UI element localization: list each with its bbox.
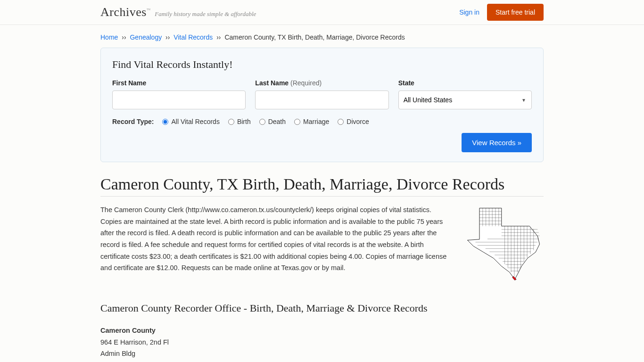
office-name: Cameron County — [100, 325, 544, 337]
breadcrumb-sep: ›› — [165, 33, 170, 41]
breadcrumb-sep: ›› — [122, 33, 126, 41]
office-addr-line1: 964 E Harrison, 2nd Fl — [100, 337, 544, 348]
tagline: Family history made simple & affordable — [155, 10, 256, 18]
map-icon — [463, 204, 544, 284]
top-bar: Archives™ Family history made simple & a… — [0, 0, 644, 25]
texas-county-map — [463, 204, 544, 286]
logo[interactable]: Archives™ — [100, 5, 151, 19]
radio-death[interactable]: Death — [259, 118, 286, 125]
radio-birth[interactable]: Birth — [228, 118, 251, 125]
radio-all-vital[interactable]: All Vital Records — [162, 118, 219, 125]
breadcrumb-current: Cameron County, TX Birth, Death, Marriag… — [224, 33, 405, 41]
breadcrumb-sep: ›› — [216, 33, 221, 41]
office-addr-line2: Admin Bldg — [100, 348, 544, 360]
radio-divorce[interactable]: Divorce — [338, 118, 369, 125]
office-city-line: Brownsville, TX 78520 — [100, 360, 544, 362]
view-records-button[interactable]: View Records » — [462, 133, 532, 152]
record-type-group: Record Type: All Vital Records Birth Dea… — [112, 118, 532, 125]
first-name-label: First Name — [112, 79, 246, 87]
state-label: State — [398, 79, 532, 87]
recorder-office-heading: Cameron County Recorder Office - Birth, … — [100, 302, 544, 314]
breadcrumb: Home ›› Genealogy ›› Vital Records ›› Ca… — [100, 25, 544, 48]
start-trial-button[interactable]: Start free trial — [487, 4, 544, 21]
first-name-input[interactable] — [112, 90, 246, 109]
record-type-label: Record Type: — [112, 118, 154, 125]
page-title: Cameron County, TX Birth, Death, Marriag… — [100, 175, 544, 197]
radio-marriage[interactable]: Marriage — [294, 118, 329, 125]
breadcrumb-vital-records[interactable]: Vital Records — [173, 33, 213, 41]
intro-paragraph: The Cameron County Clerk (http://www.co.… — [100, 204, 452, 286]
search-title: Find Vital Records Instantly! — [112, 58, 532, 71]
sign-in-link[interactable]: Sign in — [459, 8, 479, 16]
brand: Archives™ Family history made simple & a… — [100, 5, 256, 19]
last-name-input[interactable] — [255, 90, 388, 109]
state-select[interactable]: All United States — [398, 90, 532, 109]
search-form: Find Vital Records Instantly! First Name… — [100, 48, 544, 162]
office-address: Cameron County 964 E Harrison, 2nd Fl Ad… — [100, 325, 544, 362]
last-name-label: Last Name (Required) — [255, 79, 388, 87]
breadcrumb-genealogy[interactable]: Genealogy — [130, 33, 162, 41]
trademark: ™ — [147, 8, 151, 12]
breadcrumb-home[interactable]: Home — [100, 33, 118, 41]
